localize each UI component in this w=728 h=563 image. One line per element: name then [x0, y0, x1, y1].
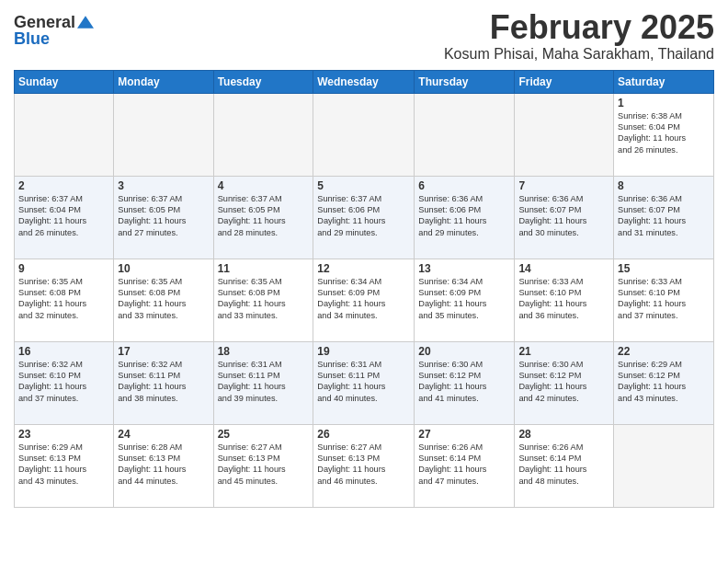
day-info: Sunrise: 6:31 AM Sunset: 6:11 PM Dayligh… [218, 359, 310, 405]
day-number: 28 [518, 428, 609, 441]
calendar-cell: 18Sunrise: 6:31 AM Sunset: 6:11 PM Dayli… [213, 341, 313, 424]
day-number: 4 [218, 179, 310, 192]
logo-blue-text: Blue [14, 30, 50, 47]
calendar-week-row: 16Sunrise: 6:32 AM Sunset: 6:10 PM Dayli… [15, 341, 714, 424]
calendar-cell [114, 93, 213, 176]
day-info: Sunrise: 6:35 AM Sunset: 6:08 PM Dayligh… [218, 276, 310, 322]
day-info: Sunrise: 6:30 AM Sunset: 6:12 PM Dayligh… [418, 359, 510, 405]
day-number: 22 [618, 345, 710, 358]
calendar-week-row: 1Sunrise: 6:38 AM Sunset: 6:04 PM Daylig… [15, 93, 714, 176]
day-number: 3 [118, 179, 209, 192]
calendar-cell: 2Sunrise: 6:37 AM Sunset: 6:04 PM Daylig… [15, 176, 114, 259]
calendar-header-tuesday: Tuesday [213, 70, 313, 93]
day-number: 19 [317, 345, 410, 358]
day-info: Sunrise: 6:38 AM Sunset: 6:04 PM Dayligh… [618, 110, 710, 156]
day-info: Sunrise: 6:37 AM Sunset: 6:05 PM Dayligh… [118, 193, 209, 239]
day-number: 20 [418, 345, 510, 358]
calendar-cell: 26Sunrise: 6:27 AM Sunset: 6:13 PM Dayli… [313, 424, 415, 507]
day-info: Sunrise: 6:32 AM Sunset: 6:10 PM Dayligh… [18, 359, 109, 405]
calendar-cell [313, 93, 415, 176]
day-number: 23 [18, 428, 109, 441]
calendar-week-row: 23Sunrise: 6:29 AM Sunset: 6:13 PM Dayli… [15, 424, 714, 507]
calendar-cell: 6Sunrise: 6:36 AM Sunset: 6:06 PM Daylig… [415, 176, 515, 259]
day-number: 24 [118, 428, 209, 441]
calendar: SundayMondayTuesdayWednesdayThursdayFrid… [14, 70, 714, 508]
logo-general-text: General [14, 14, 75, 30]
day-number: 6 [418, 179, 510, 192]
svg-marker-0 [77, 16, 94, 29]
calendar-header-friday: Friday [515, 70, 614, 93]
calendar-cell: 10Sunrise: 6:35 AM Sunset: 6:08 PM Dayli… [114, 259, 213, 341]
day-number: 1 [618, 97, 710, 109]
calendar-cell: 16Sunrise: 6:32 AM Sunset: 6:10 PM Dayli… [15, 341, 114, 424]
calendar-cell: 17Sunrise: 6:32 AM Sunset: 6:11 PM Dayli… [114, 341, 213, 424]
calendar-cell: 8Sunrise: 6:36 AM Sunset: 6:07 PM Daylig… [614, 176, 714, 259]
day-info: Sunrise: 6:29 AM Sunset: 6:13 PM Dayligh… [18, 442, 109, 488]
day-info: Sunrise: 6:26 AM Sunset: 6:14 PM Dayligh… [518, 442, 609, 488]
day-info: Sunrise: 6:35 AM Sunset: 6:08 PM Dayligh… [118, 276, 209, 322]
day-number: 27 [418, 428, 510, 441]
calendar-cell: 3Sunrise: 6:37 AM Sunset: 6:05 PM Daylig… [114, 176, 213, 259]
calendar-cell: 19Sunrise: 6:31 AM Sunset: 6:11 PM Dayli… [313, 341, 415, 424]
title-area: February 2025 Kosum Phisai, Maha Sarakha… [444, 9, 714, 63]
day-number: 25 [218, 428, 310, 441]
day-number: 8 [618, 179, 710, 192]
calendar-cell [15, 93, 114, 176]
calendar-cell: 15Sunrise: 6:33 AM Sunset: 6:10 PM Dayli… [614, 259, 714, 341]
day-info: Sunrise: 6:36 AM Sunset: 6:06 PM Dayligh… [418, 193, 510, 239]
day-number: 7 [518, 179, 609, 192]
day-info: Sunrise: 6:33 AM Sunset: 6:10 PM Dayligh… [618, 276, 710, 322]
calendar-header-wednesday: Wednesday [313, 70, 415, 93]
calendar-header-thursday: Thursday [415, 70, 515, 93]
day-number: 5 [317, 179, 410, 192]
day-info: Sunrise: 6:37 AM Sunset: 6:04 PM Dayligh… [18, 193, 109, 239]
calendar-header-row: SundayMondayTuesdayWednesdayThursdayFrid… [15, 70, 714, 93]
calendar-cell: 5Sunrise: 6:37 AM Sunset: 6:06 PM Daylig… [313, 176, 415, 259]
calendar-cell: 23Sunrise: 6:29 AM Sunset: 6:13 PM Dayli… [15, 424, 114, 507]
day-number: 2 [18, 179, 109, 192]
calendar-cell: 4Sunrise: 6:37 AM Sunset: 6:05 PM Daylig… [213, 176, 313, 259]
day-info: Sunrise: 6:37 AM Sunset: 6:05 PM Dayligh… [218, 193, 310, 239]
day-info: Sunrise: 6:37 AM Sunset: 6:06 PM Dayligh… [317, 193, 410, 239]
location-title: Kosum Phisai, Maha Sarakham, Thailand [444, 46, 714, 63]
header: General Blue February 2025 Kosum Phisai,… [14, 9, 714, 63]
calendar-cell: 22Sunrise: 6:29 AM Sunset: 6:12 PM Dayli… [614, 341, 714, 424]
day-info: Sunrise: 6:30 AM Sunset: 6:12 PM Dayligh… [518, 359, 609, 405]
calendar-cell: 7Sunrise: 6:36 AM Sunset: 6:07 PM Daylig… [515, 176, 614, 259]
calendar-cell: 1Sunrise: 6:38 AM Sunset: 6:04 PM Daylig… [614, 93, 714, 176]
calendar-cell: 12Sunrise: 6:34 AM Sunset: 6:09 PM Dayli… [313, 259, 415, 341]
calendar-cell: 24Sunrise: 6:28 AM Sunset: 6:13 PM Dayli… [114, 424, 213, 507]
day-info: Sunrise: 6:26 AM Sunset: 6:14 PM Dayligh… [418, 442, 510, 488]
day-number: 9 [18, 262, 109, 275]
calendar-cell: 20Sunrise: 6:30 AM Sunset: 6:12 PM Dayli… [415, 341, 515, 424]
day-info: Sunrise: 6:34 AM Sunset: 6:09 PM Dayligh… [418, 276, 510, 322]
day-info: Sunrise: 6:34 AM Sunset: 6:09 PM Dayligh… [317, 276, 410, 322]
calendar-week-row: 9Sunrise: 6:35 AM Sunset: 6:08 PM Daylig… [15, 259, 714, 341]
day-info: Sunrise: 6:27 AM Sunset: 6:13 PM Dayligh… [218, 442, 310, 488]
day-number: 13 [418, 262, 510, 275]
logo: General Blue [14, 9, 94, 47]
calendar-header-saturday: Saturday [614, 70, 714, 93]
day-info: Sunrise: 6:27 AM Sunset: 6:13 PM Dayligh… [317, 442, 410, 488]
day-number: 14 [518, 262, 609, 275]
day-number: 11 [218, 262, 310, 275]
calendar-cell: 28Sunrise: 6:26 AM Sunset: 6:14 PM Dayli… [515, 424, 614, 507]
day-info: Sunrise: 6:29 AM Sunset: 6:12 PM Dayligh… [618, 359, 710, 405]
day-number: 26 [317, 428, 410, 441]
calendar-cell: 25Sunrise: 6:27 AM Sunset: 6:13 PM Dayli… [213, 424, 313, 507]
calendar-header-sunday: Sunday [15, 70, 114, 93]
logo-icon [77, 16, 94, 29]
page: General Blue February 2025 Kosum Phisai,… [0, 0, 728, 522]
day-number: 21 [518, 345, 609, 358]
day-info: Sunrise: 6:33 AM Sunset: 6:10 PM Dayligh… [518, 276, 609, 322]
day-info: Sunrise: 6:32 AM Sunset: 6:11 PM Dayligh… [118, 359, 209, 405]
calendar-header-monday: Monday [114, 70, 213, 93]
day-number: 18 [218, 345, 310, 358]
calendar-cell: 27Sunrise: 6:26 AM Sunset: 6:14 PM Dayli… [415, 424, 515, 507]
day-number: 15 [618, 262, 710, 275]
calendar-cell: 11Sunrise: 6:35 AM Sunset: 6:08 PM Dayli… [213, 259, 313, 341]
calendar-cell: 14Sunrise: 6:33 AM Sunset: 6:10 PM Dayli… [515, 259, 614, 341]
day-info: Sunrise: 6:31 AM Sunset: 6:11 PM Dayligh… [317, 359, 410, 405]
calendar-cell [614, 424, 714, 507]
month-title: February 2025 [444, 9, 714, 46]
